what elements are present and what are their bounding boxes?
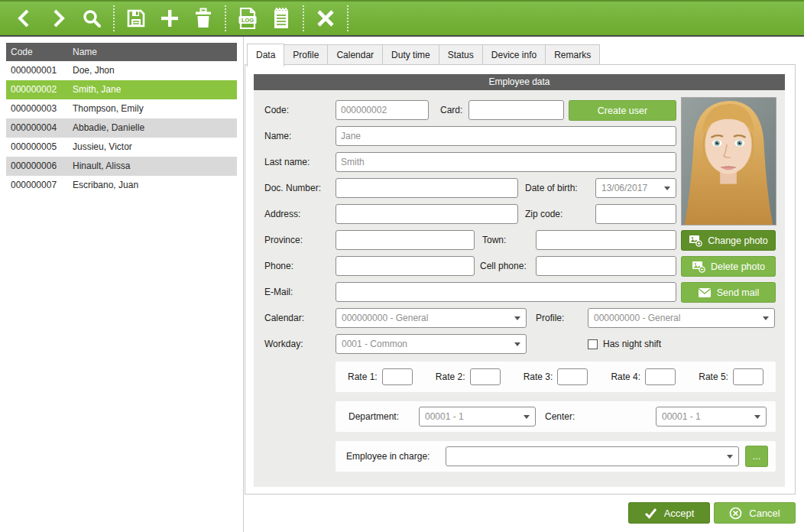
send-mail-label: Send mail xyxy=(717,287,760,298)
accept-label: Accept xyxy=(664,508,695,519)
cell-phone-field[interactable] xyxy=(536,256,676,276)
accept-button[interactable]: Accept xyxy=(628,502,710,524)
browse-employee-button[interactable]: ... xyxy=(745,446,768,467)
employee-photo xyxy=(681,97,776,225)
employee-row[interactable]: 000000003 Thompson, Emily xyxy=(6,99,237,118)
tab-profile[interactable]: Profile xyxy=(284,44,328,65)
profile-label: Profile: xyxy=(536,308,564,328)
change-photo-button[interactable]: Change photo xyxy=(681,230,776,251)
close-button[interactable] xyxy=(309,3,342,34)
employee-row[interactable]: 000000006 Hinault, Alissa xyxy=(6,157,237,176)
chevron-down-icon xyxy=(514,342,520,346)
mail-icon xyxy=(698,287,712,298)
search-icon xyxy=(82,8,102,28)
rate-item: Rate 1: xyxy=(348,368,413,385)
employee-name: Thompson, Emily xyxy=(68,99,237,118)
create-user-label: Create user xyxy=(598,105,647,116)
employee-row[interactable]: 000000005 Jussieu, Victor xyxy=(6,138,237,157)
chevron-down-icon xyxy=(727,455,733,459)
department-select[interactable]: 00001 - 1 xyxy=(419,407,536,427)
employee-list-header: Code Name xyxy=(6,43,237,61)
tab-remarks[interactable]: Remarks xyxy=(546,44,600,65)
email-label: E-Mail: xyxy=(264,282,293,302)
column-header-code: Code xyxy=(6,43,68,61)
center-label: Center: xyxy=(545,401,575,432)
phone-field[interactable] xyxy=(336,256,475,276)
last-name-field[interactable] xyxy=(336,152,676,172)
rate5-field[interactable] xyxy=(733,368,763,385)
chevron-down-icon xyxy=(514,316,520,320)
center-select[interactable]: 00001 - 1 xyxy=(656,407,767,427)
name-field[interactable] xyxy=(336,126,676,146)
tab-device-info[interactable]: Device info xyxy=(483,44,546,65)
code-field[interactable] xyxy=(336,100,429,120)
calendar-label: Calendar: xyxy=(264,308,304,328)
rate4-field[interactable] xyxy=(645,368,676,385)
calendar-select[interactable]: 000000000 - General xyxy=(336,308,527,328)
rate2-field[interactable] xyxy=(470,368,501,385)
back-icon xyxy=(15,8,34,28)
add-button[interactable] xyxy=(153,3,186,34)
workday-select[interactable]: 0001 - Common xyxy=(336,334,527,354)
search-button[interactable] xyxy=(75,3,109,34)
chevron-down-icon xyxy=(754,415,760,419)
toolbar: LOG xyxy=(0,0,804,37)
create-user-button[interactable]: Create user xyxy=(569,100,676,121)
night-shift-checkbox[interactable] xyxy=(588,339,598,349)
delete-photo-button[interactable]: Delete photo xyxy=(681,256,776,277)
address-label: Address: xyxy=(264,204,300,224)
report-button[interactable] xyxy=(264,3,298,34)
rate-item: Rate 3: xyxy=(524,368,588,385)
toolbar-separator xyxy=(347,5,349,31)
employee-code: 000000002 xyxy=(6,80,68,99)
tab-status[interactable]: Status xyxy=(439,44,483,65)
employee-in-charge-select[interactable] xyxy=(446,446,739,466)
delete-photo-icon xyxy=(692,260,705,273)
toolbar-separator xyxy=(225,5,226,31)
employee-code: 000000007 xyxy=(6,176,68,195)
data-tab-content: Employee data Code: Card: Create user xyxy=(245,64,796,495)
rate2-label: Rate 2: xyxy=(436,371,465,382)
log-button[interactable]: LOG xyxy=(231,3,264,34)
card-field[interactable] xyxy=(468,100,564,120)
employee-row[interactable]: 000000004 Abbadie, Danielle xyxy=(6,118,237,138)
save-button[interactable] xyxy=(119,3,153,34)
back-button[interactable] xyxy=(8,3,41,34)
delete-button[interactable] xyxy=(186,3,220,34)
department-value: 00001 - 1 xyxy=(425,411,464,422)
send-mail-button[interactable]: Send mail xyxy=(681,282,776,303)
email-field[interactable] xyxy=(336,282,676,302)
zip-code-field[interactable] xyxy=(595,204,676,224)
check-icon xyxy=(644,508,657,519)
tab-calendar[interactable]: Calendar xyxy=(328,44,383,65)
tab-bar: Data Profile Calendar Duty time Status D… xyxy=(247,44,600,65)
forward-button[interactable] xyxy=(41,3,75,34)
address-field[interactable] xyxy=(336,204,518,224)
cancel-button[interactable]: Cancel xyxy=(714,502,796,524)
employee-name: Abbadie, Danielle xyxy=(68,118,237,138)
date-of-birth-picker[interactable]: 13/06/2017 xyxy=(595,178,676,198)
province-label: Province: xyxy=(264,230,303,250)
province-field[interactable] xyxy=(336,230,475,250)
employee-row[interactable]: 000000007 Escribano, Juan xyxy=(6,176,237,195)
rate1-field[interactable] xyxy=(382,368,413,385)
town-field[interactable] xyxy=(536,230,676,250)
profile-select[interactable]: 000000000 - General xyxy=(588,308,775,328)
chevron-down-icon xyxy=(664,187,670,190)
change-photo-label: Change photo xyxy=(708,235,768,246)
doc-number-field[interactable] xyxy=(336,178,518,198)
rate-item: Rate 5: xyxy=(699,368,763,385)
employee-name: Jussieu, Victor xyxy=(68,138,237,157)
column-header-name: Name xyxy=(68,43,237,61)
department-section: Department: 00001 - 1 Center: 00001 - 1 xyxy=(336,401,776,432)
rate3-field[interactable] xyxy=(557,368,588,385)
employee-row-selected[interactable]: 000000002 Smith, Jane xyxy=(6,80,237,99)
tab-data[interactable]: Data xyxy=(247,44,284,66)
rate5-label: Rate 5: xyxy=(699,371,728,382)
employee-row[interactable]: 000000001 Doe, Jhon xyxy=(6,61,237,80)
chevron-down-icon xyxy=(524,415,530,419)
workday-label: Workday: xyxy=(264,334,303,354)
cancel-label: Cancel xyxy=(749,508,780,519)
tab-duty-time[interactable]: Duty time xyxy=(383,44,439,65)
employee-manager-window: LOG Code Name 000000001 Doe, Jhon 000000… xyxy=(0,0,804,532)
